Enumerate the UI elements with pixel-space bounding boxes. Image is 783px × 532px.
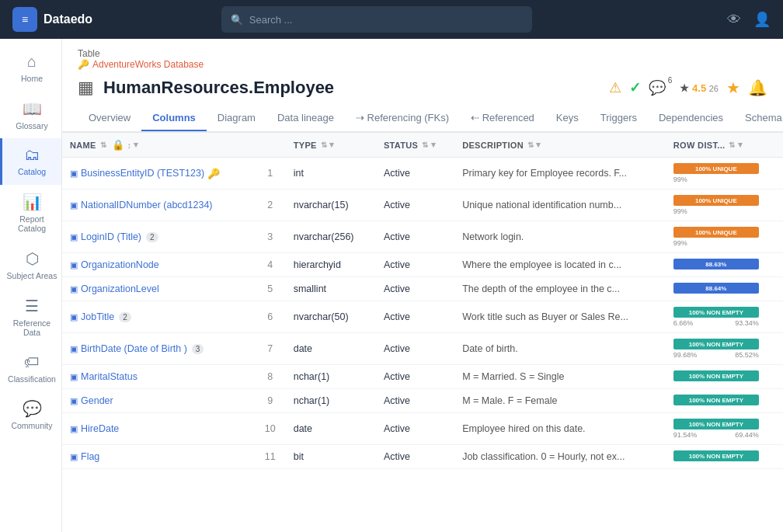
- sidebar-label-glossary: Glossary: [16, 121, 47, 131]
- tab-overview[interactable]: Overview: [78, 106, 141, 131]
- dist-filter-icon[interactable]: ▾: [738, 140, 743, 150]
- field-link[interactable]: ▣ BirthDate (Date of Birth ) 3: [70, 343, 247, 354]
- dist-sub: 91.54%69.44%: [673, 431, 759, 439]
- comment-count-badge: 2: [146, 232, 158, 242]
- table-row: ▣ JobTitle 26nvarchar(50)ActiveWork titl…: [62, 301, 783, 333]
- sidebar-item-subject-areas[interactable]: ⬡ Subject Areas: [0, 242, 61, 289]
- field-link[interactable]: ▣ HireDate: [70, 423, 247, 434]
- dist-bar-container: 100% UNIQUE99%: [673, 195, 759, 215]
- field-link[interactable]: ▣ LoginID (Title) 2: [70, 231, 247, 242]
- search-bar[interactable]: 🔍: [221, 6, 532, 33]
- tab-schema-changes[interactable]: Schema chan...: [734, 106, 783, 131]
- check-badge-icon[interactable]: ✓: [629, 79, 641, 96]
- sidebar-label-report-catalog: Report Catalog: [5, 214, 58, 234]
- sidebar-label-subject-areas: Subject Areas: [7, 271, 57, 281]
- field-icon: ▣: [70, 169, 78, 179]
- tab-referencing-fks[interactable]: ⇢ Referencing (FKs): [345, 106, 460, 131]
- tab-columns[interactable]: Columns: [141, 106, 207, 131]
- cell-status: Active: [376, 365, 454, 389]
- sidebar-item-catalog[interactable]: 🗂 Catalog: [0, 138, 61, 185]
- field-link[interactable]: ▣ Flag: [70, 451, 247, 462]
- dist-bar-container: 100% UNIQUE99%: [673, 227, 759, 247]
- name-filter-icon[interactable]: ▾: [134, 140, 138, 150]
- sidebar-item-home[interactable]: ⌂ Home: [0, 45, 61, 92]
- tab-dependencies[interactable]: Dependencies: [648, 106, 734, 131]
- bell-icon[interactable]: 🔔: [748, 78, 767, 97]
- sidebar-item-classification[interactable]: 🏷 Classification: [0, 346, 61, 392]
- field-icon: ▣: [70, 424, 78, 434]
- type-filter-icon[interactable]: ▾: [329, 140, 334, 150]
- cell-status: Active: [376, 221, 454, 253]
- field-icon: ▣: [70, 372, 78, 382]
- status-sort-icon[interactable]: ⇅: [422, 141, 428, 149]
- field-icon: ▣: [70, 344, 78, 354]
- dist-bar: 100% UNIQUE: [673, 163, 759, 174]
- comment-badge-icon[interactable]: 💬6: [649, 79, 666, 96]
- columns-table-area: NAME ⇅ 🔒 ↕ ▾ TYPE ⇅: [62, 132, 783, 532]
- cell-type: nvarchar(15): [286, 190, 376, 221]
- tab-referenced[interactable]: ⇠ Referenced: [460, 106, 545, 131]
- dist-bar: 100% UNIQUE: [673, 227, 759, 238]
- logo-text: Dataedo: [44, 12, 92, 26]
- table-row: ▣ OrganizationLevel5smallintActiveThe de…: [62, 277, 783, 301]
- search-input[interactable]: [249, 14, 523, 26]
- cell-order: 6: [255, 301, 286, 333]
- desc-filter-icon[interactable]: ▾: [536, 140, 541, 150]
- cell-name: ▣ NationalIDNumber (abcd1234): [62, 190, 255, 221]
- sidebar-item-report-catalog[interactable]: 📊 Report Catalog: [0, 185, 61, 242]
- tab-keys[interactable]: Keys: [545, 106, 590, 131]
- cell-name: ▣ BirthDate (Date of Birth ) 3: [62, 333, 255, 365]
- tab-data-lineage[interactable]: Data lineage: [266, 106, 345, 131]
- reference-data-icon: ☰: [25, 297, 39, 315]
- field-link[interactable]: ▣ Gender: [70, 395, 247, 406]
- community-icon: 💬: [23, 399, 42, 418]
- user-icon[interactable]: 👤: [753, 11, 771, 28]
- breadcrumb: Table 🔑 AdventureWorks Database: [62, 39, 783, 73]
- cell-row-dist: 100% NON EMPTY: [666, 445, 783, 469]
- glossary-icon: 📖: [23, 99, 42, 118]
- page-header-actions: ⚠ ✓ 💬6 ★ 4.5 26 ★ 🔔: [609, 78, 767, 97]
- field-link[interactable]: ▣ BusinessEntityID (TEST123) 🔑: [70, 168, 247, 179]
- sidebar-item-reference-data[interactable]: ☰ Reference Data: [0, 289, 61, 346]
- tabs-bar: Overview Columns Diagram Data lineage ⇢ …: [62, 106, 783, 132]
- name-sort-icon[interactable]: ⇅: [100, 141, 106, 149]
- search-icon: 🔍: [231, 14, 243, 26]
- field-link[interactable]: ▣ OrganizationNode: [70, 259, 247, 270]
- table-row: ▣ BirthDate (Date of Birth ) 37dateActiv…: [62, 333, 783, 365]
- eye-icon[interactable]: 👁: [727, 12, 741, 28]
- tab-triggers[interactable]: Triggers: [590, 106, 648, 131]
- dist-bar-container: 100% NON EMPTY: [673, 395, 759, 405]
- status-filter-icon[interactable]: ▾: [431, 140, 436, 150]
- desc-sort-icon[interactable]: ⇅: [527, 141, 534, 149]
- cell-status: Active: [376, 333, 454, 365]
- logo[interactable]: ≡ Dataedo: [12, 7, 92, 32]
- sidebar-item-glossary[interactable]: 📖 Glossary: [0, 92, 61, 139]
- dist-sub: 99.68%85.52%: [673, 351, 759, 359]
- warning-badge-icon[interactable]: ⚠: [609, 79, 621, 96]
- type-sort-icon[interactable]: ⇅: [321, 141, 327, 149]
- cell-order: 7: [255, 333, 286, 365]
- catalog-icon: 🗂: [24, 146, 40, 164]
- dist-sort-icon[interactable]: ⇅: [729, 141, 735, 149]
- breadcrumb-parent-link[interactable]: 🔑 AdventureWorks Database: [78, 59, 767, 70]
- cell-row-dist: 100% UNIQUE99%: [666, 221, 783, 253]
- cell-description: Date of birth.: [454, 333, 666, 365]
- tab-diagram[interactable]: Diagram: [207, 106, 266, 131]
- cell-row-dist: 100% UNIQUE99%: [666, 158, 783, 190]
- dist-bar-container: 88.64%: [673, 283, 759, 294]
- th-order: [255, 133, 286, 158]
- th-name: NAME ⇅ 🔒 ↕ ▾: [62, 133, 255, 158]
- cell-name: ▣ HireDate: [62, 413, 255, 445]
- topbar: ≡ Dataedo 🔍 👁 👤: [0, 0, 783, 39]
- cell-description: Job classification. 0 = Hourly, not ex..…: [454, 445, 666, 469]
- field-icon: ▣: [70, 396, 78, 406]
- table-row: ▣ OrganizationNode4hierarchyidActiveWher…: [62, 253, 783, 277]
- cell-order: 9: [255, 389, 286, 413]
- star-filled-icon[interactable]: ★: [726, 78, 740, 97]
- field-link[interactable]: ▣ JobTitle 2: [70, 311, 247, 322]
- sidebar-item-community[interactable]: 💬 Community: [0, 391, 61, 439]
- page-title-section: ▦ HumanResources.Employee: [78, 78, 334, 98]
- field-link[interactable]: ▣ NationalIDNumber (abcd1234): [70, 200, 247, 210]
- field-link[interactable]: ▣ MaritalStatus: [70, 371, 247, 382]
- field-link[interactable]: ▣ OrganizationLevel: [70, 283, 247, 294]
